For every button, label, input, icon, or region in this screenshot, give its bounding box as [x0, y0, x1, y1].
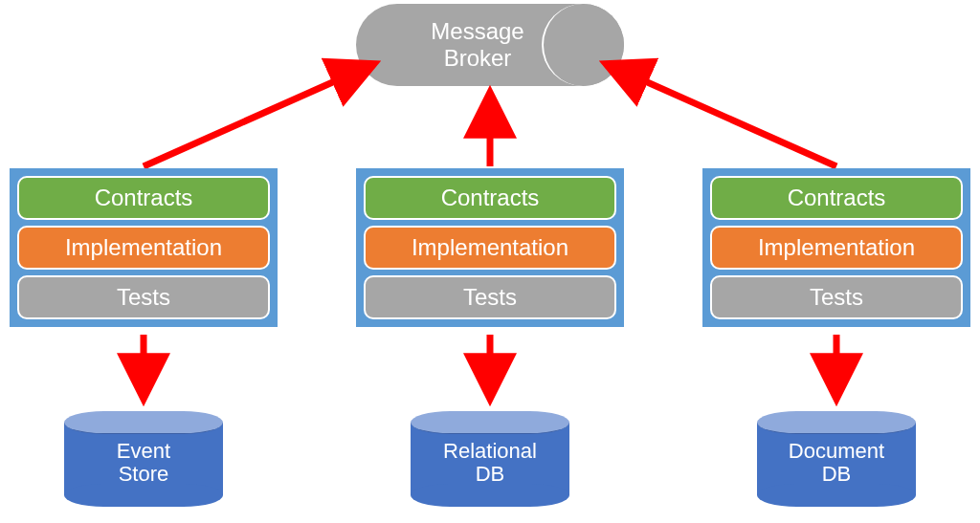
broker-endcap-icon [542, 4, 624, 86]
tests-row: Tests [364, 275, 616, 319]
message-broker: Message Broker [356, 4, 624, 86]
db-document: Document DB [757, 411, 916, 507]
implementation-row: Implementation [710, 226, 963, 270]
db-label-line1: Document [789, 439, 884, 463]
db-relational: Relational DB [411, 411, 569, 507]
broker-label-line1: Message [431, 18, 523, 44]
db-label-line2: DB [822, 462, 852, 486]
broker-label: Message Broker [431, 18, 548, 71]
tests-row: Tests [710, 275, 963, 319]
db-label: Event Store [64, 411, 223, 507]
db-label-line2: Store [119, 462, 169, 486]
db-label-line1: Relational [443, 439, 537, 463]
db-event-store: Event Store [64, 411, 223, 507]
tests-row: Tests [17, 275, 270, 319]
contracts-row: Contracts [364, 176, 616, 220]
implementation-row: Implementation [364, 226, 616, 270]
db-label-line1: Event [117, 439, 170, 463]
contracts-row: Contracts [17, 176, 270, 220]
db-label-line2: DB [476, 462, 505, 486]
service-card-left: Contracts Implementation Tests [10, 168, 278, 327]
arrow-left-to-broker [144, 65, 371, 166]
contracts-row: Contracts [710, 176, 963, 220]
service-card-right: Contracts Implementation Tests [702, 168, 970, 327]
arrow-right-to-broker [609, 65, 836, 166]
db-label: Document DB [757, 411, 916, 507]
implementation-row: Implementation [17, 226, 270, 270]
db-label: Relational DB [411, 411, 569, 507]
service-card-middle: Contracts Implementation Tests [356, 168, 624, 327]
architecture-diagram: { "broker": { "line1": "Message", "line2… [0, 0, 980, 523]
broker-label-line2: Broker [444, 45, 512, 71]
